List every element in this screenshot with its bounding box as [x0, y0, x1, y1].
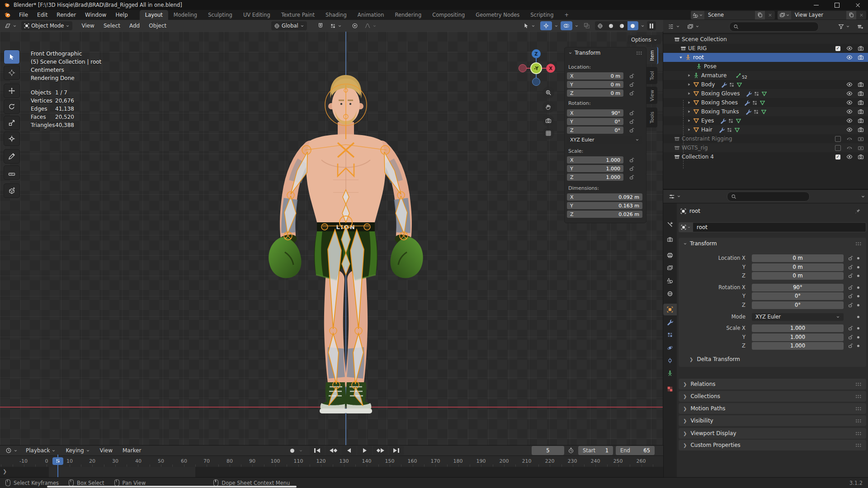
previous-keyframe-button[interactable] [326, 446, 340, 455]
drag-handle[interactable] [855, 443, 862, 447]
outliner-row-constraint-rigging[interactable]: Constraint Rigging [663, 134, 868, 143]
close-button[interactable] [847, 0, 868, 10]
properties-search-input[interactable] [739, 193, 793, 200]
gizmo-x-minus[interactable] [519, 64, 527, 72]
hide-eye-icon[interactable] [846, 154, 853, 160]
scene-browse-button[interactable] [691, 11, 704, 19]
tool-add-cube[interactable] [4, 183, 20, 198]
expand-icon[interactable] [687, 109, 691, 114]
animate-dot[interactable] [857, 304, 859, 306]
workspace-tab-compositing[interactable]: Compositing [427, 10, 470, 20]
viewport-3d[interactable]: LION [0, 32, 663, 445]
prop-location-x[interactable]: 0 m [752, 254, 844, 262]
new-collection-button[interactable] [854, 22, 866, 31]
lock-icon[interactable] [629, 166, 634, 171]
workspace-tab-sculpting[interactable]: Sculpting [203, 10, 238, 20]
sidebar-tab-item[interactable]: Item [646, 47, 658, 64]
viewport-menu-add[interactable]: Add [125, 21, 144, 31]
timeline-menu-playback[interactable]: Playback [21, 446, 60, 455]
tab-modifiers[interactable] [663, 316, 677, 328]
section-collections[interactable]: ❯Collections [679, 391, 866, 402]
sidebar-tab-tools[interactable]: Tools [646, 108, 657, 127]
tab-object-data[interactable] [663, 367, 677, 379]
render-camera-icon[interactable] [858, 154, 864, 160]
scale-z-field[interactable]: Z1.000 [567, 174, 623, 181]
prop-scale-z[interactable]: 1.000 [752, 342, 844, 350]
animate-dot[interactable] [857, 257, 859, 259]
lock-icon[interactable] [848, 334, 853, 340]
new-scene-button[interactable] [755, 11, 765, 19]
animate-dot[interactable] [857, 327, 859, 329]
sidebar-tab-tool[interactable]: Tool [646, 67, 657, 84]
timeline-editor-type-button[interactable] [3, 446, 20, 455]
prop-scale-x[interactable]: 1.000 [752, 324, 844, 332]
outliner-row-boxing-trunks[interactable]: Boxing Trunks [663, 107, 868, 116]
animate-dot[interactable] [857, 275, 859, 277]
hide-eye-icon[interactable] [846, 117, 853, 124]
gizmos-dropdown-chevron[interactable] [554, 24, 558, 28]
lock-icon[interactable] [848, 255, 853, 261]
autokey-dropdown-chevron[interactable] [299, 449, 303, 453]
drag-handle[interactable] [855, 242, 862, 246]
tab-physics[interactable] [663, 342, 677, 354]
drag-handle[interactable] [855, 382, 862, 386]
menu-help[interactable]: Help [111, 10, 132, 20]
workspace-tab-rendering[interactable]: Rendering [389, 10, 427, 20]
scale-y-field[interactable]: Y1.000 [567, 165, 623, 172]
tab-view-layer[interactable] [663, 262, 677, 274]
animate-dot[interactable] [857, 295, 859, 297]
tab-scene[interactable] [663, 275, 677, 286]
view-navigation-gizmo[interactable]: Z X -Y [514, 46, 559, 91]
location-x-field[interactable]: X0 m [567, 72, 623, 80]
outliner-editor-type-button[interactable] [665, 22, 683, 31]
animate-dot[interactable] [857, 286, 859, 289]
expand-icon[interactable] [687, 91, 691, 96]
prop-rotation-z[interactable]: 0° [752, 301, 844, 309]
lock-icon[interactable] [848, 293, 853, 299]
gizmo-y-minus-center[interactable]: -Y [530, 62, 542, 74]
collapse-icon[interactable] [683, 242, 687, 246]
object-type-visibility-dropdown[interactable] [520, 21, 538, 30]
remove-view-layer-button[interactable] [856, 11, 866, 19]
outliner-display-mode-button[interactable] [684, 22, 702, 31]
play-reverse-button[interactable] [341, 446, 356, 455]
viewport-camera-view-button[interactable] [542, 115, 554, 127]
drag-handle[interactable] [636, 51, 642, 55]
channel-expand-icon[interactable]: ❯ [3, 469, 7, 474]
location-z-field[interactable]: Z0 m [567, 89, 623, 97]
expand-icon[interactable] [687, 100, 691, 105]
tool-annotate[interactable] [4, 149, 20, 164]
outliner-row-boxing-gloves[interactable]: Boxing Gloves [663, 89, 868, 98]
camera-disabled-icon[interactable] [858, 145, 864, 151]
workspace-tab-scripting[interactable]: Scripting [525, 10, 559, 20]
outliner-row-scene-collection[interactable]: Scene Collection [663, 35, 868, 44]
prop-rotation-x[interactable]: 90° [752, 284, 844, 291]
lock-icon[interactable] [629, 73, 634, 79]
hide-eye-icon[interactable] [846, 99, 853, 106]
hide-eye-icon[interactable] [846, 127, 853, 133]
animate-dot[interactable] [857, 336, 859, 338]
rotation-x-field[interactable]: X90° [567, 109, 623, 117]
menu-file[interactable]: File [14, 10, 33, 20]
armature-overlay[interactable] [284, 84, 408, 406]
tool-measure[interactable] [4, 165, 20, 180]
workspace-tab-uv-editing[interactable]: UV Editing [238, 10, 276, 20]
hide-eye-icon[interactable] [846, 108, 853, 115]
outliner-row-wgts-rig[interactable]: WGTS_rig [663, 143, 868, 152]
menu-window[interactable]: Window [80, 10, 111, 20]
lock-icon[interactable] [848, 343, 853, 348]
shading-dropdown-chevron[interactable] [641, 24, 645, 28]
rotation-y-field[interactable]: Y0° [567, 118, 623, 125]
gizmo-z-plus[interactable]: Z [532, 49, 541, 58]
viewport-pan-button[interactable] [542, 101, 554, 113]
snap-toggle[interactable] [315, 21, 326, 30]
workspace-tab-shading[interactable]: Shading [320, 10, 352, 20]
add-workspace-button[interactable]: + [559, 10, 574, 20]
lock-icon[interactable] [629, 110, 634, 116]
shading-rendered-button[interactable] [627, 21, 638, 30]
timeline-track-area[interactable]: ❯ [0, 467, 663, 478]
transform-orientation-dropdown[interactable]: Global [271, 21, 307, 30]
proportional-falloff-dropdown[interactable] [362, 21, 379, 30]
animate-dot[interactable] [857, 266, 859, 268]
tool-transform[interactable] [4, 131, 20, 146]
